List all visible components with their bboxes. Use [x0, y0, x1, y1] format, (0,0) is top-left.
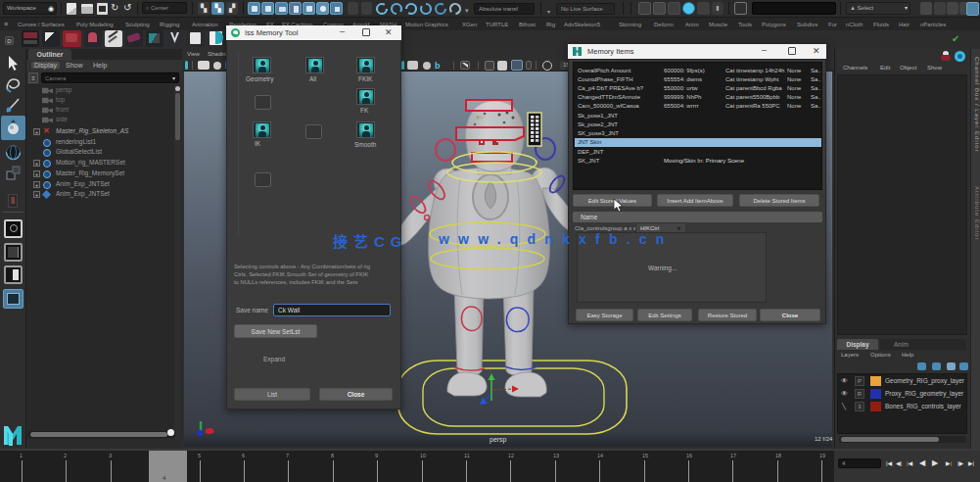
- svg-text:▾: ▾: [465, 7, 469, 14]
